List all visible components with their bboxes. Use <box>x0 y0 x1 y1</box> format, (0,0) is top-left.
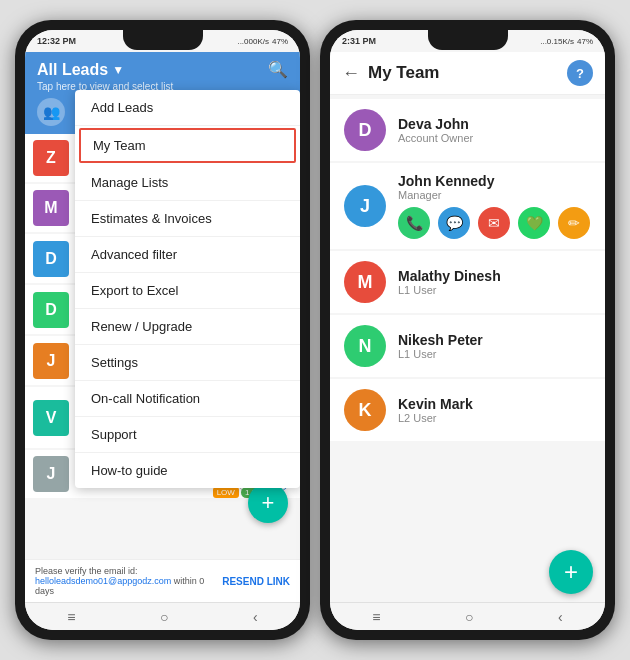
verify-bar: Please verify the email id: helloleadsde… <box>25 559 300 602</box>
phone-2: 2:31 PM ...0.15K/s 47% ← My Team ? D <box>320 20 615 640</box>
team-item-nikesh[interactable]: N Nikesh Peter L1 User <box>330 315 605 377</box>
team-info-nikesh: Nikesh Peter L1 User <box>398 332 591 360</box>
status-icons-2: ...0.15K/s 47% <box>540 37 593 46</box>
menu-howto[interactable]: How-to guide <box>75 453 300 488</box>
lead-avatar-malathy: M <box>33 190 69 226</box>
menu-export-excel[interactable]: Export to Excel <box>75 273 300 309</box>
nav-home-icon[interactable]: ○ <box>160 609 168 625</box>
team-avatar-kevin: K <box>344 389 386 431</box>
nav-back-icon-2[interactable]: ‹ <box>558 609 563 625</box>
back-button[interactable]: ← <box>342 63 360 84</box>
menu-advanced-filter[interactable]: Advanced filter <box>75 237 300 273</box>
time-2: 2:31 PM <box>342 36 376 46</box>
nav-menu-icon[interactable]: ≡ <box>67 609 75 625</box>
email-icon[interactable]: ✉ <box>478 207 510 239</box>
phone2-header-left: ← My Team <box>342 63 440 84</box>
all-leads-title[interactable]: All Leads ▼ <box>37 61 124 79</box>
team-info-deva: Deva John Account Owner <box>398 116 591 144</box>
team-avatar-john: J <box>344 185 386 227</box>
my-team-title: My Team <box>368 63 440 83</box>
edit-icon[interactable]: ✏ <box>558 207 590 239</box>
bottom-nav-1: ≡ ○ ‹ <box>25 602 300 630</box>
team-list: D Deva John Account Owner J John Kennedy… <box>330 95 605 602</box>
lead-avatar-zahra: Z <box>33 140 69 176</box>
lead-avatar-johnfr: J <box>33 343 69 379</box>
team-item-deva[interactable]: D Deva John Account Owner <box>330 99 605 161</box>
help-button[interactable]: ? <box>567 60 593 86</box>
team-item-kevin[interactable]: K Kevin Mark L2 User <box>330 379 605 441</box>
notch-2 <box>428 30 508 50</box>
team-info-malathy: Malathy Dinesh L1 User <box>398 268 591 296</box>
team-info-kevin: Kevin Mark L2 User <box>398 396 591 424</box>
lead-avatar-dylan: D <box>33 292 69 328</box>
verify-text: Please verify the email id: helloleadsde… <box>35 566 214 596</box>
notch-1 <box>123 30 203 50</box>
whatsapp-icon[interactable]: 💚 <box>518 207 550 239</box>
action-icons-john: 📞 💬 ✉ 💚 ✏ <box>398 207 591 239</box>
network-1: ...000K/s <box>237 37 269 46</box>
fab-2[interactable]: + <box>549 550 593 594</box>
menu-manage-lists[interactable]: Manage Lists <box>75 165 300 201</box>
battery-2: 47% <box>577 37 593 46</box>
network-2: ...0.15K/s <box>540 37 574 46</box>
screen-2: 2:31 PM ...0.15K/s 47% ← My Team ? D <box>330 30 605 630</box>
lead-avatar-vinod: V <box>33 400 69 436</box>
bottom-nav-2: ≡ ○ ‹ <box>330 602 605 630</box>
team-info-john: John Kennedy Manager 📞 💬 ✉ 💚 ✏ <box>398 173 591 239</box>
status-icons-1: ...000K/s 47% <box>237 37 288 46</box>
battery-1: 47% <box>272 37 288 46</box>
menu-support[interactable]: Support <box>75 417 300 453</box>
team-item-malathy[interactable]: M Malathy Dinesh L1 User <box>330 251 605 313</box>
search-icon[interactable]: 🔍 <box>268 60 288 79</box>
nav-people-icon[interactable]: 👥 <box>37 98 65 126</box>
fab-1[interactable]: + <box>248 483 288 523</box>
team-item-john[interactable]: J John Kennedy Manager 📞 💬 ✉ 💚 ✏ <box>330 163 605 249</box>
menu-renew-upgrade[interactable]: Renew / Upgrade <box>75 309 300 345</box>
menu-my-team[interactable]: My Team <box>79 128 296 163</box>
screen-1: 12:32 PM ...000K/s 47% All Leads ▼ 🔍 Tap… <box>25 30 300 630</box>
menu-on-call[interactable]: On-call Notification <box>75 381 300 417</box>
nav-menu-icon-2[interactable]: ≡ <box>372 609 380 625</box>
badge-low-jhgghh: LOW <box>213 487 239 498</box>
dropdown-arrow-icon: ▼ <box>112 63 124 77</box>
verify-email[interactable]: helloleadsdemo01@appgodz.com <box>35 576 171 586</box>
team-avatar-deva: D <box>344 109 386 151</box>
phone-1: 12:32 PM ...000K/s 47% All Leads ▼ 🔍 Tap… <box>15 20 310 640</box>
lead-avatar-jhgghh: J <box>33 456 69 492</box>
resend-button[interactable]: RESEND LINK <box>222 576 290 587</box>
nav-home-icon-2[interactable]: ○ <box>465 609 473 625</box>
team-avatar-malathy: M <box>344 261 386 303</box>
phone2-header: ← My Team ? <box>330 52 605 95</box>
call-icon[interactable]: 📞 <box>398 207 430 239</box>
nav-back-icon[interactable]: ‹ <box>253 609 258 625</box>
lead-avatar-defgh: D <box>33 241 69 277</box>
sms-icon[interactable]: 💬 <box>438 207 470 239</box>
team-avatar-nikesh: N <box>344 325 386 367</box>
menu-add-leads[interactable]: Add Leads <box>75 90 300 126</box>
menu-estimates-invoices[interactable]: Estimates & Invoices <box>75 201 300 237</box>
time-1: 12:32 PM <box>37 36 76 46</box>
dropdown-menu: Add Leads My Team Manage Lists Estimates… <box>75 90 300 488</box>
menu-settings[interactable]: Settings <box>75 345 300 381</box>
